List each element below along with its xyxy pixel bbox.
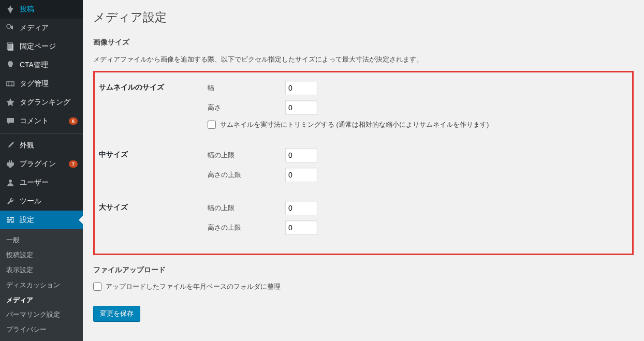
sidebar-item-label: タグランキング [20,98,78,107]
sidebar-item-pages[interactable]: 固定ページ [0,37,83,56]
sidebar-item-label: コメント [20,116,67,126]
thumbnail-crop-checkbox[interactable] [208,121,216,129]
thumbnail-th: サムネイルのサイズ [99,78,202,97]
submenu-permalinks[interactable]: パーマリンク設定 [0,307,83,322]
sidebar-item-label: プラグイン [20,159,67,169]
medium-height-label: 高さの上限 [208,171,285,180]
menu-separator [0,133,83,134]
section-image-sizes: 画像サイズ [93,38,634,47]
sidebar-item-tags[interactable]: タグ管理 [0,75,83,93]
submenu-discussion[interactable]: ディスカッション [0,278,83,293]
thumbnail-row: サムネイルのサイズ 幅 高さ サムネイルを実寸法にトリミングする (通常は相対的… [99,78,628,132]
submenu-media[interactable]: メディア [0,293,83,308]
star-icon [5,97,16,108]
brush-icon [5,140,16,151]
upload-organize-checkbox[interactable] [93,283,101,291]
sidebar-item-label: CTA管理 [20,61,78,70]
image-sizes-desc: メディアファイルから画像を追加する際、以下でピクセル指定したサイズによって最大寸… [93,54,634,65]
large-width-label: 幅の上限 [208,204,285,213]
comments-badge: 6 [69,117,78,125]
submenu-reading[interactable]: 表示設定 [0,263,83,278]
large-height-label: 高さの上限 [208,224,285,232]
large-width-input[interactable] [285,201,317,215]
sidebar-item-label: 設定 [20,215,78,225]
sidebar-item-cta[interactable]: CTA管理 [0,56,83,75]
sidebar-item-label: ユーザー [20,178,78,187]
medium-width-label: 幅の上限 [208,151,285,160]
upload-organize-row: アップロードしたファイルを年月ベースのフォルダに整理 [93,282,634,291]
large-th: 大サイズ [99,198,202,217]
user-icon [5,177,16,188]
medium-width-input[interactable] [285,148,317,162]
upload-organize-label: アップロードしたファイルを年月ベースのフォルダに整理 [106,282,281,291]
plugins-badge: 7 [69,160,78,168]
plugin-icon [5,159,16,169]
image-sizes-table: サムネイルのサイズ 幅 高さ サムネイルを実寸法にトリミングする (通常は相対的… [93,71,634,255]
sidebar-item-tools[interactable]: ツール [0,192,83,211]
svg-point-0 [7,24,11,28]
svg-rect-2 [8,44,13,51]
save-button[interactable]: 変更を保存 [93,306,140,321]
sidebar-item-settings[interactable]: 設定 [0,211,83,229]
section-upload: ファイルアップロード [93,265,634,275]
tag-icon [5,79,16,89]
sidebar-item-media[interactable]: メディア [0,19,83,37]
settings-submenu: 一般 投稿設定 表示設定 ディスカッション メディア パーマリンク設定 プライバ… [0,229,83,341]
sidebar-item-users[interactable]: ユーザー [0,173,83,192]
svg-point-6 [9,180,12,183]
sidebar-item-label: メディア [20,23,78,33]
sidebar-item-label: 外観 [20,141,78,150]
large-row: 大サイズ 幅の上限 高さの上限 [99,198,628,238]
sidebar-item-tagrank[interactable]: タグランキング [0,93,83,112]
submenu-general[interactable]: 一般 [0,233,83,248]
page-title: メディア設定 [93,5,634,27]
content-area: メディア設定 画像サイズ メディアファイルから画像を追加する際、以下でピクセル指… [83,0,644,341]
comment-icon [5,116,16,126]
bulb-icon [5,60,16,70]
thumbnail-height-label: 高さ [208,103,285,112]
thumbnail-width-input[interactable] [285,81,317,95]
thumbnail-width-label: 幅 [208,84,285,93]
pin-icon [5,4,16,14]
medium-th: 中サイズ [99,145,202,165]
wrench-icon [5,196,16,206]
sidebar-item-plugins[interactable]: プラグイン 7 [0,155,83,173]
large-height-input[interactable] [285,220,317,235]
submenu-privacy[interactable]: プライバシー [0,322,83,337]
admin-sidebar: 投稿 メディア 固定ページ CTA管理 タグ管理 タグランキング コメント 6 [0,0,83,341]
medium-height-input[interactable] [285,168,317,182]
thumbnail-crop-label: サムネイルを実寸法にトリミングする (通常は相対的な縮小によりサムネイルを作りま… [220,120,489,129]
sidebar-item-appearance[interactable]: 外観 [0,136,83,155]
svg-rect-3 [7,82,14,86]
media-icon [5,23,16,33]
medium-row: 中サイズ 幅の上限 高さの上限 [99,145,628,185]
sidebar-item-comments[interactable]: コメント 6 [0,112,83,130]
submenu-writing[interactable]: 投稿設定 [0,248,83,263]
thumbnail-height-input[interactable] [285,100,317,115]
sidebar-item-label: ツール [20,197,78,206]
sidebar-item-label: 投稿 [20,5,78,14]
sidebar-item-label: 固定ページ [20,42,78,51]
sliders-icon [5,215,16,225]
sidebar-item-label: タグ管理 [20,79,78,88]
submenu-akismet[interactable]: Akismet Anti-Spam (アンチスパム) [0,337,83,341]
sidebar-item-posts[interactable]: 投稿 [0,0,83,19]
pages-icon [5,41,16,52]
